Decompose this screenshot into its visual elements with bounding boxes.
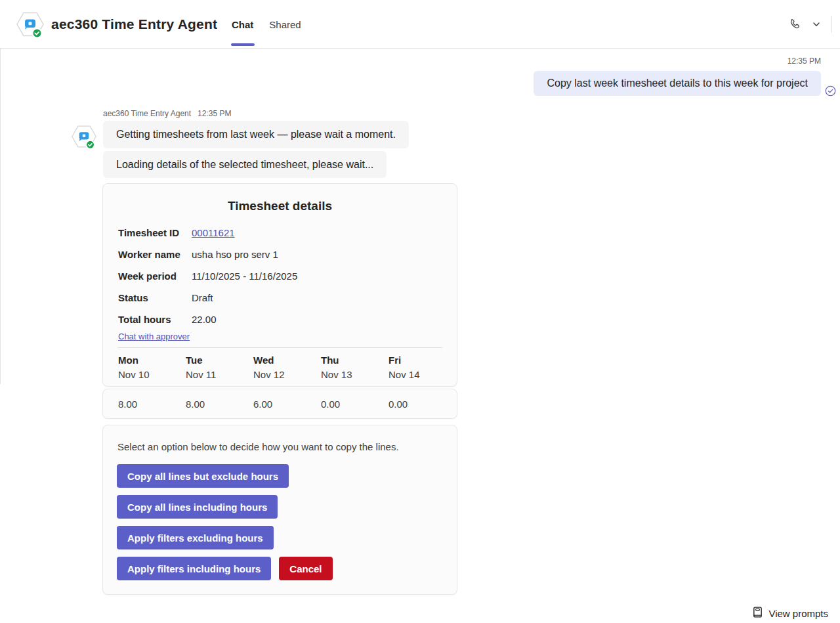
day-col-wed: Wed Nov 12 bbox=[253, 354, 321, 380]
bot-message-timestamp: 12:35 PM bbox=[198, 109, 231, 118]
user-message-bubble: Copy last week timesheet details to this… bbox=[534, 71, 821, 96]
chat-with-approver-link[interactable]: Chat with approver bbox=[118, 332, 190, 341]
prompt-book-icon bbox=[752, 606, 763, 620]
options-prompt-text: Select an option below to decide how you… bbox=[117, 441, 442, 452]
pane-edge-line bbox=[0, 49, 1, 384]
bot-message-bubble: Getting timesheets from last week — plea… bbox=[103, 121, 409, 148]
bot-message-bubble: Loading details of the selected timeshee… bbox=[103, 151, 387, 178]
last-button-row: Apply filters including hours Cancel bbox=[117, 557, 333, 580]
field-total-hours: Total hours 22.00 bbox=[118, 309, 457, 330]
bot-message-meta: aec360 Time Entry Agent 12:35 PM bbox=[103, 109, 231, 118]
hours-fri: 0.00 bbox=[388, 398, 456, 410]
user-message-timestamp: 12:35 PM bbox=[788, 56, 821, 66]
view-prompts-label: View prompts bbox=[768, 608, 828, 619]
card-divider bbox=[117, 347, 442, 348]
field-status: Status Draft bbox=[118, 287, 457, 309]
tab-chat[interactable]: Chat bbox=[232, 0, 253, 49]
apply-filters-excluding-hours-button[interactable]: Apply filters excluding hours bbox=[117, 526, 274, 549]
hours-row: 8.00 8.00 6.00 0.00 0.00 bbox=[118, 398, 456, 410]
field-week-period: Week period 11/10/2025 - 11/16/2025 bbox=[118, 265, 457, 287]
timesheet-card-title: Timesheet details bbox=[103, 199, 457, 213]
chevron-down-icon[interactable] bbox=[812, 20, 821, 29]
apply-filters-including-hours-button[interactable]: Apply filters including hours bbox=[117, 557, 271, 580]
hours-mon: 8.00 bbox=[118, 398, 186, 410]
timesheet-hours-row: 8.00 8.00 6.00 0.00 0.00 bbox=[102, 389, 457, 419]
agent-avatar-icon bbox=[16, 10, 45, 39]
copy-all-include-hours-button[interactable]: Copy all lines including hours bbox=[117, 495, 278, 519]
hours-tue: 8.00 bbox=[186, 398, 253, 410]
view-prompts-button[interactable]: View prompts bbox=[752, 605, 828, 621]
field-worker-name: Worker name usha hso pro serv 1 bbox=[118, 244, 457, 265]
hours-thu: 0.00 bbox=[321, 398, 388, 410]
chat-page: aec360 Time Entry Agent Chat Shared 12:3… bbox=[0, 0, 840, 623]
timesheet-id-link[interactable]: 00011621 bbox=[192, 227, 235, 238]
app-header: aec360 Time Entry Agent Chat Shared bbox=[0, 0, 840, 49]
header-actions bbox=[788, 0, 832, 49]
header-tabs: Chat Shared bbox=[232, 0, 301, 49]
tab-shared[interactable]: Shared bbox=[269, 0, 301, 49]
timesheet-details-card: Timesheet details Timesheet ID 00011621 … bbox=[102, 183, 457, 387]
day-col-thu: Thu Nov 13 bbox=[321, 354, 388, 380]
phone-icon[interactable] bbox=[788, 18, 801, 32]
header-divider bbox=[831, 16, 832, 33]
day-col-tue: Tue Nov 11 bbox=[186, 354, 253, 380]
page-title: aec360 Time Entry Agent bbox=[51, 0, 217, 49]
copy-options-card: Select an option below to decide how you… bbox=[102, 425, 457, 595]
hours-wed: 6.00 bbox=[253, 398, 321, 410]
day-header-row: Mon Nov 10 Tue Nov 11 Wed Nov 12 Thu Nov… bbox=[118, 354, 457, 380]
bot-name: aec360 Time Entry Agent bbox=[103, 109, 191, 118]
field-timesheet-id: Timesheet ID 00011621 bbox=[118, 222, 457, 244]
day-col-mon: Mon Nov 10 bbox=[118, 354, 186, 380]
options-buttons: Copy all lines but exclude hours Copy al… bbox=[117, 464, 457, 580]
day-col-fri: Fri Nov 14 bbox=[388, 354, 456, 380]
copy-all-exclude-hours-button[interactable]: Copy all lines but exclude hours bbox=[117, 464, 289, 488]
seen-check-circle-icon bbox=[825, 85, 836, 97]
cancel-button[interactable]: Cancel bbox=[279, 557, 332, 580]
timesheet-fields: Timesheet ID 00011621 Worker name usha h… bbox=[118, 222, 457, 330]
bot-avatar-icon bbox=[71, 123, 97, 150]
